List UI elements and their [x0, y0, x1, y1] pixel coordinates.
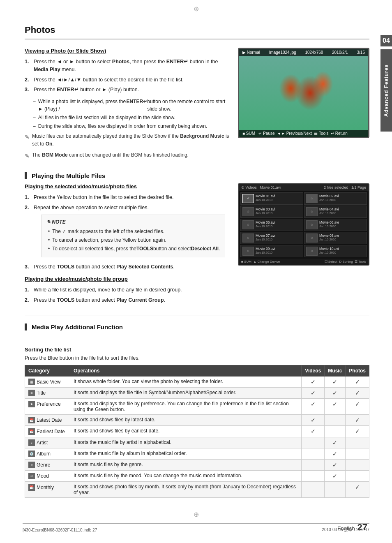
check-music: ✓	[325, 437, 346, 448]
cat-cell: ★ Preference	[25, 398, 70, 414]
cat-cell: ♪ Artist	[25, 437, 70, 448]
table-row: ♪ Artist It sorts the music file by arti…	[25, 437, 369, 448]
check-music: ✓	[325, 376, 346, 387]
file-item: ⊙ Movie 10.avi Jan.10.2010	[304, 245, 367, 257]
check-photos: ✓	[346, 426, 369, 437]
note-bullet-1: The ✓ mark appears to the left of the se…	[48, 228, 220, 235]
check-music	[325, 426, 346, 437]
note-bullet-3: To deselect all selected files, press th…	[48, 245, 220, 252]
table-body: ▦ Basic View It shows whole folder. You …	[25, 376, 369, 498]
check-photos: ✓	[346, 482, 369, 498]
sub1-step-2: 2. Repeat the above operation to select …	[25, 204, 230, 261]
tv-mode: ▶ Normal	[242, 50, 260, 55]
check-videos: ✓	[302, 426, 325, 437]
cat-cell: 📅 Latest Date	[25, 414, 70, 426]
file-thumb: ⊙	[242, 233, 254, 243]
language-label: English	[337, 525, 355, 531]
check-music: ✓	[325, 471, 346, 482]
tv-image	[239, 49, 368, 137]
sorting-header: Sorting the file list	[25, 347, 369, 353]
tv-screen: ▶ Normal Image1024.jpg 1024x768 2010/2/1…	[238, 48, 369, 138]
cat-icon: ★	[28, 401, 35, 407]
ops-cell: It sorts and shows files by earliest dat…	[70, 426, 302, 437]
file-info: Movie 03.avi Jan.10.2010	[256, 207, 301, 215]
check-music: ✓	[325, 460, 346, 471]
check-videos	[302, 448, 325, 460]
file-info: Movie 04.avi Jan.10.2010	[319, 207, 365, 215]
tv-resolution: 1024x768	[305, 50, 323, 55]
cat-icon: 💿	[28, 451, 35, 457]
sub2-steps: 1. While a file list is displayed, move …	[25, 286, 230, 304]
ops-cell: It sorts the music file by artist in alp…	[70, 437, 302, 448]
file-thumb: ⊙	[306, 207, 318, 216]
sub-step-1: While a photo list is displayed, press t…	[33, 98, 230, 113]
table-row: 📅 Earliest Date It sorts and shows files…	[25, 426, 369, 437]
file-item: ⊙ Movie 06.avi Jan.10.2010	[304, 219, 367, 231]
table-row: 📆 Monthly It sorts and shows photo files…	[25, 482, 369, 498]
table-row: ♫ Genre It sorts music files by the genr…	[25, 460, 369, 471]
file-item: ⊙ Movie 07.avi Jan.10.2010	[240, 232, 303, 244]
step-2: 2. Press the ◄/►/▲/▼ button to select th…	[25, 76, 230, 84]
side-tab-text: Advanced Features	[383, 64, 389, 117]
tv-top-bar: ▶ Normal Image1024.jpg 1024x768 2010/2/1…	[239, 49, 368, 56]
file-thumb: ⊙	[306, 247, 318, 256]
cat-icon: 📅	[28, 417, 35, 423]
sorting-desc: Press the Blue button in the file list t…	[25, 355, 369, 361]
file-item: ⊙ Movie 05.avi Jan.10.2010	[240, 219, 303, 231]
sub2-step-2: 2. Press the TOOLS button and select Pla…	[25, 296, 230, 304]
section3-title: Media Play Additional Function	[32, 323, 369, 330]
crosshair-bottom-icon: ⊕	[194, 511, 199, 518]
file-grid: ✓ Movie 01.avi Jan.10.2010 ⊙ Movie 02.av…	[239, 191, 369, 259]
table-section: Sorting the file list Press the Blue but…	[25, 347, 369, 498]
file-screen-bottom: ■ SUM ▲ Change Device ☐ Select D Sorting…	[239, 259, 369, 265]
tv-filename: Image1024.jpg	[269, 50, 296, 55]
note-title: ✎ NOTE	[46, 218, 220, 226]
file-item: ⊙ Movie 08.avi Jan.10.2010	[304, 232, 367, 244]
file-screen-title: ⊙ Videos Movie 01.avi	[241, 185, 281, 189]
note-section: ✎ NOTE The ✓ mark appears to the left of…	[41, 215, 225, 257]
check-photos: ✓	[346, 398, 369, 414]
section3: Media Play Additional Function	[25, 323, 369, 330]
check-videos	[302, 471, 325, 482]
check-videos	[302, 437, 325, 448]
check-music: ✓	[325, 387, 346, 398]
check-photos	[346, 460, 369, 471]
check-photos: ✓	[346, 376, 369, 387]
viewing-section: Viewing a Photo (or Slide Show) 1. Press…	[25, 48, 230, 164]
cat-cell: 💿 Album	[25, 448, 70, 460]
section2-title: Playing the Multiple Files	[32, 172, 369, 179]
check-videos: ✓	[302, 387, 325, 398]
check-videos	[302, 460, 325, 471]
file-bottom-right: ☐ Select D Sorting ☰ Tools	[325, 260, 366, 263]
ops-cell: It sorts and shows files by latest date.	[70, 414, 302, 426]
section-divider-2	[25, 338, 369, 338]
col-music: Music	[325, 365, 346, 376]
col-operations: Operations	[70, 365, 302, 376]
ops-cell: It sorts and shows photo files by month.…	[70, 482, 302, 498]
playing-section: Playing the selected video/music/photo f…	[25, 183, 369, 308]
file-info: Movie 09.avi Jan.10.2010	[256, 247, 301, 254]
cat-cell: 📆 Monthly	[25, 482, 70, 498]
sub1-step-1: 1. Press the Yellow button in the file l…	[25, 194, 230, 201]
cat-cell: ☺ Mood	[25, 471, 70, 482]
ops-cell: It sorts and displays the file title in …	[70, 387, 302, 398]
cat-cell: 📅 Earliest Date	[25, 426, 70, 437]
check-photos: ✓	[346, 414, 369, 426]
page-container: ⊕ 04 Advanced Features Photos Viewing a …	[0, 0, 392, 543]
section2: Playing the Multiple Files	[25, 172, 369, 179]
table-row: 📅 Latest Date It sorts and shows files b…	[25, 414, 369, 426]
file-info: Movie 02.avi Jan.10.2010	[319, 194, 365, 202]
file-item: ⊙ Movie 09.avi Jan.10.2010	[240, 245, 303, 257]
ops-cell: It sorts the music file by album in alph…	[70, 448, 302, 460]
step-3: 3. Press the ENTER↵ button or ► (Play) b…	[25, 86, 230, 94]
playing-left: Playing the selected video/music/photo f…	[25, 183, 230, 308]
cat-icon: ♪	[28, 439, 35, 446]
table-row: ☺ Mood It sorts music files by the mood.…	[25, 471, 369, 482]
check-music	[325, 482, 346, 498]
cat-icon: ≡	[28, 390, 35, 396]
col-photos: Photos	[346, 365, 369, 376]
tv-page: 3/15	[357, 50, 365, 55]
check-videos: ✓	[302, 398, 325, 414]
section-divider	[25, 316, 369, 316]
file-screen-container: ⊙ Videos Movie 01.avi 2 files selected 1…	[238, 183, 369, 308]
